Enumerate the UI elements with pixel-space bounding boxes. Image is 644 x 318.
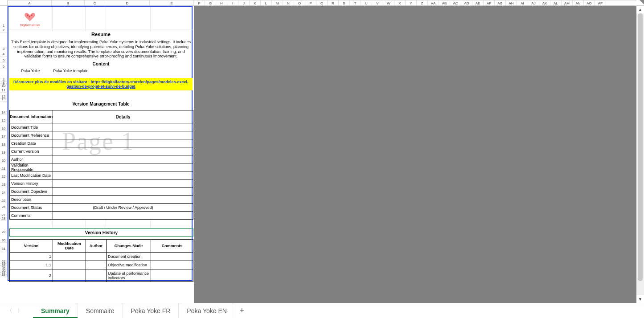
row-header[interactable]: 17	[0, 131, 8, 139]
vh-row[interactable]: 1.1Objective modification	[9, 261, 193, 269]
vmt-value[interactable]	[53, 179, 193, 187]
column-header[interactable]: Z	[417, 0, 428, 5]
vh-author[interactable]	[86, 261, 107, 269]
column-header[interactable]: N	[283, 0, 294, 5]
add-sheet-button[interactable]: +	[235, 306, 249, 315]
column-header[interactable]: K	[250, 0, 261, 5]
vmt-value[interactable]	[53, 131, 193, 139]
sheet-tab[interactable]: Poka Yoke FR	[123, 303, 179, 318]
column-header[interactable]: P	[305, 0, 316, 5]
column-header[interactable]: X	[394, 0, 406, 5]
vh-date[interactable]	[53, 253, 86, 261]
scroll-up-icon[interactable]: ▲	[636, 6, 644, 13]
row-header[interactable]: 20	[0, 155, 8, 163]
vscroll-thumb[interactable]	[638, 13, 643, 281]
column-header[interactable]: O	[294, 0, 305, 5]
sheet-tab[interactable]: Poka Yoke EN	[179, 303, 235, 318]
row-header[interactable]: 14	[0, 102, 8, 115]
row-header[interactable]: 5	[0, 57, 8, 63]
row-header[interactable]: 15	[0, 115, 8, 123]
row-header[interactable]: 11	[0, 88, 8, 93]
column-header[interactable]: AI	[517, 0, 528, 5]
column-header[interactable]: AD	[461, 0, 472, 5]
row-header[interactable]: 30	[0, 234, 8, 243]
scroll-down-icon[interactable]: ▼	[636, 295, 644, 303]
row-headers[interactable]: 1234567891011121314151617181920212223242…	[0, 6, 8, 303]
vmt-value[interactable]	[53, 139, 193, 147]
column-header[interactable]: AJ	[528, 0, 539, 5]
vh-version[interactable]: 1	[10, 253, 53, 261]
column-header[interactable]: U	[361, 0, 372, 5]
sheet-tab[interactable]: Sommaire	[78, 303, 123, 318]
column-headers[interactable]: ABCDEFGHIJKLMNOPQRSTUVWXYZAAABACADAEAFAG…	[8, 0, 636, 6]
vmt-value[interactable]	[53, 155, 193, 163]
column-header[interactable]: AK	[539, 0, 550, 5]
row-header[interactable]: 31	[0, 243, 8, 251]
promo-link[interactable]: Découvrez plus de modèles en visitant : …	[9, 80, 193, 89]
column-header[interactable]: D	[105, 0, 150, 5]
vmt-row[interactable]: Document Title	[9, 123, 193, 131]
vmt-row[interactable]: Author	[9, 155, 193, 163]
vmt-row[interactable]: Creation Date	[9, 139, 193, 147]
column-header[interactable]: I	[227, 0, 238, 5]
vh-version[interactable]: 2	[10, 269, 53, 281]
spreadsheet-grid[interactable]: Digital Factory Resume This Excel templa…	[8, 6, 636, 303]
row-header[interactable]: 25	[0, 195, 8, 203]
column-header[interactable]: Q	[316, 0, 328, 5]
vmt-row[interactable]: Document Status(Draft / Under Review / A…	[9, 204, 193, 212]
vmt-value[interactable]	[53, 123, 193, 131]
row-header[interactable]: 18	[0, 139, 8, 147]
column-header[interactable]: E	[150, 0, 194, 5]
row-header[interactable]: 29	[0, 221, 8, 234]
row-header[interactable]: 4	[0, 51, 8, 57]
column-header[interactable]: T	[350, 0, 361, 5]
column-header[interactable]: AC	[450, 0, 461, 5]
row-header[interactable]: 21	[0, 163, 8, 171]
vmt-value[interactable]	[53, 163, 193, 171]
vmt-row[interactable]: Version History	[9, 179, 193, 188]
column-header[interactable]: AL	[550, 0, 562, 5]
vh-changes[interactable]: Document creation	[107, 253, 151, 261]
vmt-row[interactable]: Current Version	[9, 147, 193, 155]
vh-comments[interactable]	[151, 261, 193, 269]
vmt-row[interactable]: Document Reference	[9, 131, 193, 139]
column-header[interactable]: AM	[562, 0, 573, 5]
vmt-row[interactable]: Last Modification Date	[9, 171, 193, 179]
row-header[interactable]: 6	[0, 63, 8, 69]
select-all-corner[interactable]	[0, 0, 8, 6]
vmt-value[interactable]	[53, 212, 193, 219]
column-header[interactable]: G	[205, 0, 216, 5]
promo-link-cell[interactable]: Découvrez plus de modèles en visitant : …	[9, 78, 193, 90]
column-header[interactable]: B	[52, 0, 85, 5]
column-header[interactable]: F	[194, 0, 205, 5]
column-header[interactable]: V	[372, 0, 383, 5]
vh-row[interactable]: 1Document creation	[9, 253, 193, 261]
sheet-tab[interactable]: Summary	[33, 303, 78, 318]
vh-comments[interactable]	[151, 253, 193, 261]
column-header[interactable]: C	[85, 0, 105, 5]
vmt-value[interactable]: (Draft / Under Review / Approved)	[53, 204, 193, 211]
vmt-row[interactable]: Document Objective	[9, 188, 193, 196]
vmt-value[interactable]	[53, 147, 193, 155]
row-header[interactable]: 26	[0, 203, 8, 209]
vmt-row[interactable]: Validation Responsible	[9, 163, 193, 171]
row-header[interactable]: 28	[0, 217, 8, 221]
column-header[interactable]: H	[216, 0, 227, 5]
column-header[interactable]: AN	[573, 0, 584, 5]
row-header[interactable]: 19	[0, 147, 8, 155]
vmt-row[interactable]: Comments	[9, 212, 193, 220]
vh-author[interactable]	[86, 253, 107, 261]
column-header[interactable]: AF	[484, 0, 495, 5]
vertical-scrollbar[interactable]: ▲ ▼	[636, 6, 644, 303]
row-header[interactable]: 1	[0, 6, 8, 28]
tab-nav-next-icon[interactable]: 〉	[16, 307, 24, 315]
column-header[interactable]: S	[339, 0, 350, 5]
column-header[interactable]: Y	[406, 0, 417, 5]
column-header[interactable]: J	[238, 0, 250, 5]
column-header[interactable]: AB	[439, 0, 450, 5]
vmt-row[interactable]: Description	[9, 196, 193, 204]
vmt-value[interactable]	[53, 188, 193, 195]
vh-date[interactable]	[53, 261, 86, 269]
column-header[interactable]: AH	[506, 0, 517, 5]
column-header[interactable]: M	[272, 0, 283, 5]
